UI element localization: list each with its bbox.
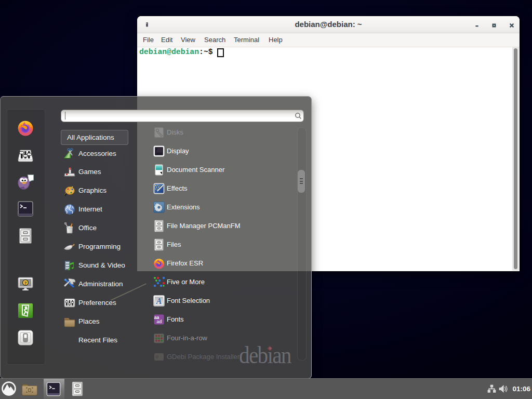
- svg-text:ad: ad: [156, 319, 162, 324]
- svg-text:?: ?: [24, 281, 27, 286]
- svg-text:A: A: [156, 297, 162, 305]
